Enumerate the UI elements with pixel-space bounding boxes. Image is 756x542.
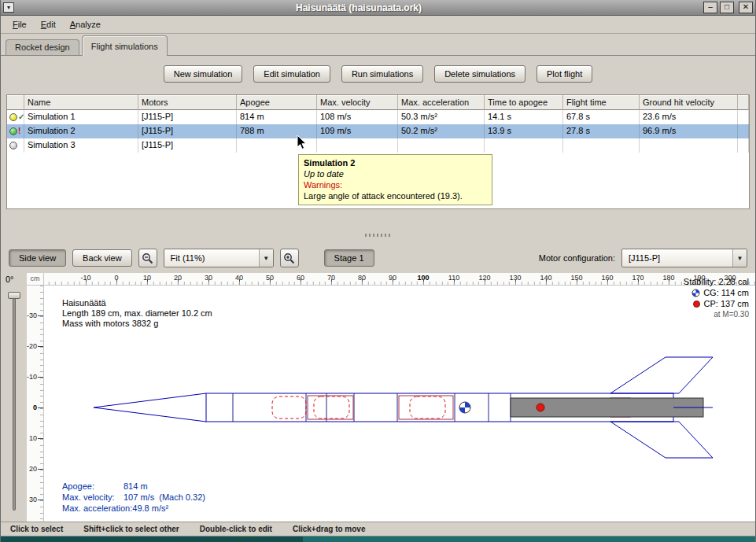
cell-motors[interactable]: [J115-P] <box>138 124 237 138</box>
cp-marker-icon <box>537 404 544 411</box>
nose-cone[interactable] <box>94 393 206 422</box>
stage-1-toggle[interactable]: Stage 1 <box>324 249 374 267</box>
cell-max-velocity[interactable]: 109 m/s <box>317 124 398 138</box>
cell-ground-hit-velocity[interactable]: 96.9 m/s <box>640 124 738 138</box>
tooltip-warnings-label: Warnings: <box>304 179 487 190</box>
menu-edit[interactable]: Edit <box>34 17 63 31</box>
motor-configuration-select[interactable]: [J115-P] ▼ <box>621 249 747 267</box>
cell-time-to-apogee[interactable] <box>485 138 563 153</box>
cell-apogee[interactable] <box>237 138 317 153</box>
table-row-simulation-2[interactable]: ! Simulation 2 [J115-P] 788 m 109 m/s 50… <box>7 124 749 138</box>
cell-ground-hit-velocity[interactable] <box>640 138 738 153</box>
back-view-button[interactable]: Back view <box>72 249 132 267</box>
cell-name[interactable]: Simulation 1 <box>24 110 138 124</box>
rotation-slider-handle[interactable] <box>8 292 20 299</box>
hint-click-drag: Click+drag to move <box>293 525 366 533</box>
cell-flight-time[interactable]: 67.8 s <box>563 110 640 124</box>
cell-apogee[interactable]: 788 m <box>237 124 317 138</box>
cell-filler <box>738 110 749 124</box>
stability-value: Stability: 2.28 cal <box>684 276 749 287</box>
delete-simulations-button[interactable]: Delete simulations <box>434 65 526 83</box>
rocket-name: Haisunäätä <box>62 298 212 308</box>
cell-time-to-apogee[interactable]: 13.9 s <box>485 124 563 138</box>
zoom-level-select[interactable]: Fit (11%) ▼ <box>164 249 274 267</box>
rocket-view-canvas[interactable]: -100102030405060708090100110120130140150… <box>27 273 755 522</box>
rocket-dimensions: Length 189 cm, max. diameter 10.2 cm <box>62 308 212 319</box>
cell-apogee[interactable]: 814 m <box>237 110 317 124</box>
horizontal-splitter[interactable] <box>1 227 755 243</box>
header-name[interactable]: Name <box>24 95 138 110</box>
rocket-mass: Mass with motors 3832 g <box>62 319 212 329</box>
cell-max-acceleration[interactable]: 50.2 m/s² <box>398 124 485 138</box>
header-apogee[interactable]: Apogee <box>237 95 317 110</box>
cg-value: CG: 114 cm <box>703 287 749 298</box>
zoom-out-icon <box>142 253 153 264</box>
hint-shift-click: Shift+click to select other <box>83 525 179 533</box>
status-mark-icon: ! <box>18 127 20 135</box>
header-ground-hit-velocity[interactable]: Ground hit velocity <box>640 95 738 110</box>
cell-filler <box>738 124 749 138</box>
chevron-down-icon[interactable]: ▼ <box>259 249 273 267</box>
cell-motors[interactable]: [J115-P] <box>138 138 237 153</box>
cell-time-to-apogee[interactable]: 14.1 s <box>485 110 563 124</box>
header-max-velocity[interactable]: Max. velocity <box>317 95 398 110</box>
tooltip-warning-text: Large angle of attack encountered (19.3)… <box>304 190 487 201</box>
new-simulation-button[interactable]: New simulation <box>164 65 243 83</box>
rotation-angle-label: 0° <box>6 275 14 284</box>
cell-ground-hit-velocity[interactable]: 23.6 m/s <box>640 110 738 124</box>
cp-legend-icon <box>692 300 701 308</box>
ruler-unit-label: cm <box>27 273 44 286</box>
cell-max-velocity[interactable]: 108 m/s <box>317 110 398 124</box>
menu-file[interactable]: File <box>6 17 34 31</box>
header-max-acceleration[interactable]: Max. acceleration <box>398 95 485 110</box>
cell-motors[interactable]: [J115-P] <box>138 110 237 124</box>
title-bar[interactable]: ▾ Haisunäätä (haisunaata.ork) – □ ✕ <box>1 0 755 16</box>
header-status[interactable] <box>7 95 24 110</box>
motor-configuration-label: Motor configuration: <box>539 253 615 263</box>
tooltip-state: Up to date <box>304 168 487 179</box>
edit-simulation-button[interactable]: Edit simulation <box>253 65 330 83</box>
view-toolbar: Side view Back view Fit (11%) ▼ Stage 1 … <box>1 243 755 273</box>
stability-mach: at M=0.30 <box>684 309 749 320</box>
table-row-simulation-1[interactable]: ✓ Simulation 1 [J115-P] 814 m 108 m/s 50… <box>7 110 749 124</box>
close-button[interactable]: ✕ <box>739 2 753 13</box>
splitter-grip[interactable] <box>365 234 392 237</box>
maximize-button[interactable]: □ <box>720 2 734 13</box>
cell-max-acceleration[interactable] <box>398 138 485 153</box>
application-window: ▾ Haisunäätä (haisunaata.ork) – □ ✕ File… <box>0 0 756 542</box>
chevron-down-icon[interactable]: ▼ <box>732 249 747 267</box>
rotation-slider-track[interactable] <box>13 293 16 511</box>
cell-name[interactable]: Simulation 3 <box>24 138 138 153</box>
zoom-out-button[interactable] <box>138 249 157 267</box>
tab-rocket-design[interactable]: Rocket design <box>6 39 79 56</box>
apogee-value: 814 m <box>124 481 148 491</box>
tooltip-title: Simulation 2 <box>304 157 487 168</box>
plot-flight-button[interactable]: Plot flight <box>537 65 592 83</box>
zoom-in-button[interactable] <box>280 249 299 267</box>
table-row-simulation-3[interactable]: Simulation 3 [J115-P] <box>7 138 749 153</box>
tab-flight-simulations[interactable]: Flight simulations <box>82 35 168 56</box>
window-menu-icon[interactable]: ▾ <box>3 2 14 13</box>
header-time-to-apogee[interactable]: Time to apogee <box>485 95 563 110</box>
run-simulations-button[interactable]: Run simulations <box>341 65 423 83</box>
cell-max-acceleration[interactable]: 50.3 m/s² <box>398 110 485 124</box>
zoom-in-icon <box>283 253 295 264</box>
max-velocity-value: 107 m/s (Mach 0.32) <box>124 492 205 502</box>
side-view-button[interactable]: Side view <box>9 249 66 267</box>
simulation-button-row: New simulation Edit simulation Run simul… <box>1 65 755 83</box>
recovery-devices[interactable] <box>272 396 445 418</box>
cell-flight-time[interactable] <box>563 138 640 153</box>
cell-flight-time[interactable]: 27.8 s <box>563 124 640 138</box>
cell-max-velocity[interactable] <box>317 138 398 153</box>
header-flight-time[interactable]: Flight time <box>563 95 640 110</box>
zoom-level-value: Fit (11%) <box>164 253 259 263</box>
cell-filler <box>738 138 749 153</box>
horizontal-ruler: -100102030405060708090100110120130140150… <box>27 273 755 286</box>
main-tab-bar: Rocket design Flight simulations <box>1 34 755 56</box>
minimize-button[interactable]: – <box>703 2 717 13</box>
max-acceleration-label: Max. acceleration: <box>62 503 132 514</box>
cell-name[interactable]: Simulation 2 <box>24 124 138 138</box>
simulation-status-icon: ✓ <box>7 110 24 124</box>
header-motors[interactable]: Motors <box>138 95 237 110</box>
menu-analyze[interactable]: Analyze <box>63 17 108 31</box>
